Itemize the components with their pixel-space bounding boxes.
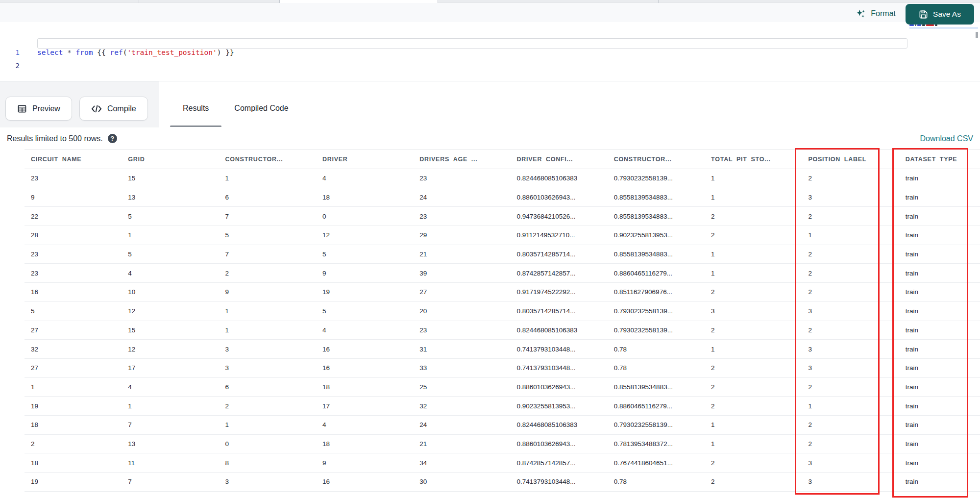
table-cell: 2 (24, 440, 122, 448)
sql-token-string: 'train_test_position' (127, 49, 217, 56)
table-cell: 17 (122, 364, 219, 372)
table-cell: 1 (705, 194, 802, 201)
table-cell: 1 (219, 421, 316, 428)
table-row: 1610919270.9171974522292...0.85116279069… (24, 283, 980, 302)
editor-minimap[interactable] (909, 25, 978, 30)
sql-token-plain (72, 49, 76, 56)
table-cell: 2 (802, 288, 899, 296)
sql-token-plain: {{ (93, 49, 110, 56)
table-row: 913618240.8860103626943...0.855813953488… (24, 188, 980, 207)
table-cell: 21 (413, 250, 510, 258)
table-row: 51215200.8035714285714...0.7930232558139… (24, 302, 980, 321)
table-row: 231514230.8244680851063830.7930232558139… (24, 169, 980, 188)
table-cell: train (899, 346, 980, 353)
table-cell: 0.8035714285714... (510, 250, 607, 258)
table-cell: 0.8558139534883... (608, 213, 705, 220)
table-cell: 2 (705, 326, 802, 334)
table-cell: 1 (705, 175, 802, 182)
help-icon[interactable]: ? (108, 134, 117, 143)
table-cell: 23 (413, 175, 510, 182)
tab-compiled-code[interactable]: Compiled Code (221, 81, 301, 128)
download-csv-link[interactable]: Download CSV (920, 134, 974, 143)
table-cell: 15 (122, 175, 219, 182)
save-as-button[interactable]: Save As (906, 4, 974, 25)
column-header-circuit_name: CIRCUIT_NAME (24, 156, 122, 163)
table-cell: train (899, 288, 980, 296)
table-cell: 9 (24, 194, 122, 201)
table-row: 197316300.7413793103448...0.7823train (24, 473, 980, 492)
table-cell: 0.8035714285714... (510, 307, 607, 315)
table-cell: 16 (316, 346, 413, 353)
table-row: 271514230.8244680851063830.7930232558139… (24, 321, 980, 340)
table-cell: 3 (705, 307, 802, 315)
format-button[interactable]: Format (856, 7, 896, 21)
table-cell: train (899, 213, 980, 220)
table-cell: 0.8558139534883... (608, 250, 705, 258)
table-cell: 0.9171974522292... (510, 288, 607, 296)
table-cell: 6 (219, 383, 316, 391)
table-cell: 0.7813953488372... (608, 440, 705, 448)
table-cell: 2 (219, 270, 316, 277)
table-cell: 2 (705, 288, 802, 296)
sql-editor[interactable]: 1 select * from {{ ref('train_test_posit… (0, 22, 980, 81)
table-cell: 0.8860465116279... (608, 402, 705, 410)
table-cell: 0.8511627906976... (608, 288, 705, 296)
code-line-2[interactable]: 2 (0, 60, 980, 71)
table-cell: 1 (219, 175, 316, 182)
table-cell: 1 (705, 421, 802, 428)
preview-button[interactable]: Preview (5, 97, 72, 121)
table-cell: 2 (705, 383, 802, 391)
table-cell: 10 (122, 288, 219, 296)
code-brackets-icon (91, 104, 102, 114)
compile-label: Compile (107, 104, 136, 113)
table-cell: 2 (802, 440, 899, 448)
table-cell: 19 (24, 478, 122, 485)
table-cell: 1 (705, 250, 802, 258)
table-cell: train (899, 383, 980, 391)
table-cell: train (899, 326, 980, 334)
column-header-total_pit_sto: TOTAL_PIT_STO... (705, 156, 802, 163)
table-cell: 0.7930232558139... (608, 421, 705, 428)
table-cell: train (899, 231, 980, 239)
table-cell: 3 (802, 346, 899, 353)
table-cell: train (899, 194, 980, 201)
sql-token-keyword: from (76, 49, 93, 56)
compile-button[interactable]: Compile (79, 97, 148, 121)
table-cell: train (899, 250, 980, 258)
table-cell: 0.78 (608, 346, 705, 353)
table-cell: 16 (316, 478, 413, 485)
table-cell: 2 (705, 364, 802, 372)
sparkles-icon (856, 8, 866, 19)
table-cell: 2 (802, 326, 899, 334)
table-cell: 18 (316, 440, 413, 448)
table-cell: 27 (24, 326, 122, 334)
editor-scrollbar-thumb[interactable] (976, 32, 978, 38)
table-cell: 0.9023255813953... (608, 231, 705, 239)
table-cell: 23 (24, 175, 122, 182)
table-cell: 2 (705, 213, 802, 220)
table-cell: 0.7930232558139... (608, 326, 705, 334)
table-cell: 1 (219, 307, 316, 315)
table-cell: 0.78 (608, 364, 705, 372)
column-header-dataset_type: DATASET_TYPE (899, 156, 980, 163)
table-cell: 2 (705, 478, 802, 485)
table-cell: 39 (413, 270, 510, 277)
table-cell: 1 (122, 231, 219, 239)
table-cell: 28 (24, 231, 122, 239)
table-cell: 7 (219, 213, 316, 220)
tab-results[interactable]: Results (170, 81, 221, 128)
table-cell: 12 (316, 231, 413, 239)
table-cell: 2 (705, 402, 802, 410)
table-cell: 24 (413, 194, 510, 201)
table-header-row: CIRCUIT_NAMEGRIDCONSTRUCTOR...DRIVERDRIV… (24, 150, 980, 169)
table-row: 2717316330.7413793103448...0.7823train (24, 359, 980, 378)
results-table: CIRCUIT_NAMEGRIDCONSTRUCTOR...DRIVERDRIV… (24, 150, 980, 492)
table-cell: 0.9473684210526... (510, 213, 607, 220)
column-header-drivers_age_: DRIVERS_AGE_... (413, 156, 510, 163)
table-cell: 23 (413, 326, 510, 334)
code-line-1[interactable]: 1 select * from {{ ref('train_test_posit… (0, 47, 980, 57)
table-cell: 16 (24, 288, 122, 296)
table-cell: 2 (802, 421, 899, 428)
line-number-2: 2 (0, 62, 20, 70)
table-cell: 0.8860103626943... (510, 440, 607, 448)
